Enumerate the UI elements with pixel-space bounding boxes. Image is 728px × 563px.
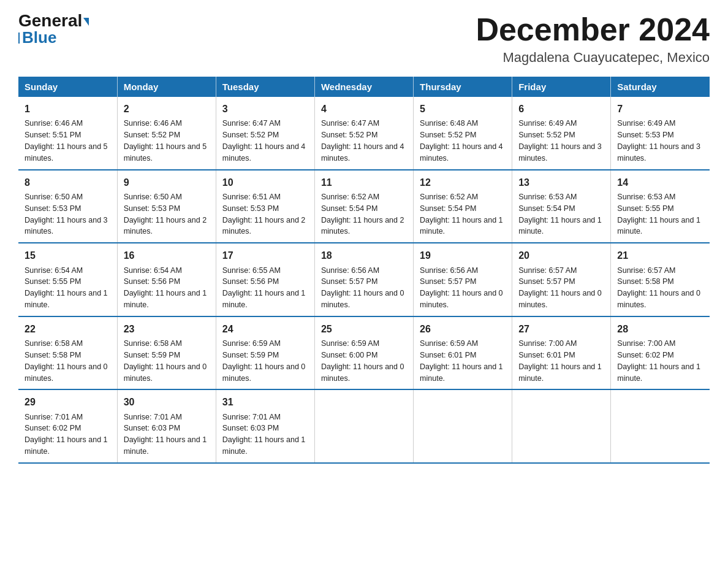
- calendar-cell: 27Sunrise: 7:00 AMSunset: 6:01 PMDayligh…: [512, 316, 611, 390]
- day-number: 2: [124, 102, 210, 116]
- day-number: 16: [124, 248, 210, 262]
- calendar-cell: 2Sunrise: 6:46 AMSunset: 5:52 PMDaylight…: [117, 97, 216, 170]
- subtitle: Magdalena Cuayucatepec, Mexico: [476, 50, 710, 66]
- day-number: 21: [617, 248, 703, 262]
- day-info: Sunrise: 6:46 AMSunset: 5:51 PMDaylight:…: [25, 119, 108, 163]
- day-info: Sunrise: 6:59 AMSunset: 5:59 PMDaylight:…: [222, 339, 306, 383]
- day-number: 31: [222, 395, 308, 409]
- day-number: 13: [518, 175, 604, 190]
- calendar-cell: 10Sunrise: 6:51 AMSunset: 5:53 PMDayligh…: [216, 170, 314, 243]
- day-number: 4: [321, 102, 407, 116]
- title-area: December 2024 Magdalena Cuayucatepec, Me…: [476, 12, 710, 66]
- day-info: Sunrise: 6:48 AMSunset: 5:52 PMDaylight:…: [420, 119, 503, 163]
- day-number: 20: [518, 248, 604, 262]
- logo-divider: [18, 33, 20, 44]
- day-number: 18: [321, 248, 407, 262]
- weekday-header: Tuesday: [216, 77, 314, 97]
- calendar-cell: 5Sunrise: 6:48 AMSunset: 5:52 PMDaylight…: [414, 97, 512, 170]
- day-info: Sunrise: 7:01 AMSunset: 6:02 PMDaylight:…: [25, 413, 108, 456]
- day-number: 15: [25, 248, 111, 262]
- day-info: Sunrise: 6:53 AMSunset: 5:54 PMDaylight:…: [518, 193, 602, 236]
- weekday-header: Saturday: [611, 77, 710, 97]
- day-number: 14: [617, 175, 703, 190]
- day-info: Sunrise: 6:59 AMSunset: 6:00 PMDaylight:…: [321, 339, 404, 383]
- day-info: Sunrise: 6:55 AMSunset: 5:56 PMDaylight:…: [222, 266, 306, 310]
- calendar-cell: 23Sunrise: 6:58 AMSunset: 5:59 PMDayligh…: [117, 316, 216, 390]
- logo-triangle-icon: [83, 18, 89, 26]
- weekday-header: Sunday: [18, 77, 117, 97]
- day-number: 27: [518, 322, 604, 336]
- day-info: Sunrise: 6:54 AMSunset: 5:55 PMDaylight:…: [25, 266, 108, 310]
- day-info: Sunrise: 6:52 AMSunset: 5:54 PMDaylight:…: [321, 193, 404, 236]
- weekday-header: Friday: [512, 77, 611, 97]
- calendar-cell: 28Sunrise: 7:00 AMSunset: 6:02 PMDayligh…: [611, 316, 710, 390]
- day-info: Sunrise: 6:59 AMSunset: 6:01 PMDaylight:…: [420, 339, 503, 383]
- day-info: Sunrise: 6:57 AMSunset: 5:58 PMDaylight:…: [617, 266, 700, 310]
- calendar-week-row: 22Sunrise: 6:58 AMSunset: 5:58 PMDayligh…: [18, 316, 710, 390]
- day-info: Sunrise: 6:51 AMSunset: 5:53 PMDaylight:…: [222, 193, 306, 236]
- day-info: Sunrise: 7:01 AMSunset: 6:03 PMDaylight:…: [124, 413, 207, 456]
- logo-blue-text: Blue: [22, 28, 56, 47]
- calendar-week-row: 1Sunrise: 6:46 AMSunset: 5:51 PMDaylight…: [18, 97, 710, 170]
- day-number: 5: [420, 102, 506, 116]
- day-number: 9: [124, 175, 210, 190]
- day-number: 6: [518, 102, 604, 116]
- calendar-cell: 8Sunrise: 6:50 AMSunset: 5:53 PMDaylight…: [18, 170, 117, 243]
- calendar-cell: 3Sunrise: 6:47 AMSunset: 5:52 PMDaylight…: [216, 97, 314, 170]
- calendar-cell: 13Sunrise: 6:53 AMSunset: 5:54 PMDayligh…: [512, 170, 611, 243]
- day-number: 24: [222, 322, 308, 336]
- day-info: Sunrise: 6:53 AMSunset: 5:55 PMDaylight:…: [617, 193, 700, 236]
- logo: General Blue: [18, 12, 89, 47]
- calendar-cell: 25Sunrise: 6:59 AMSunset: 6:00 PMDayligh…: [314, 316, 413, 390]
- calendar-cell: 24Sunrise: 6:59 AMSunset: 5:59 PMDayligh…: [216, 316, 314, 390]
- day-info: Sunrise: 6:54 AMSunset: 5:56 PMDaylight:…: [124, 266, 207, 310]
- calendar-cell: 21Sunrise: 6:57 AMSunset: 5:58 PMDayligh…: [611, 243, 710, 316]
- day-number: 8: [25, 175, 111, 190]
- day-number: 26: [420, 322, 506, 336]
- day-number: 25: [321, 322, 407, 336]
- day-info: Sunrise: 6:50 AMSunset: 5:53 PMDaylight:…: [25, 193, 108, 236]
- day-info: Sunrise: 7:00 AMSunset: 6:01 PMDaylight:…: [518, 339, 602, 383]
- day-info: Sunrise: 7:01 AMSunset: 6:03 PMDaylight:…: [222, 413, 306, 456]
- day-info: Sunrise: 6:50 AMSunset: 5:53 PMDaylight:…: [124, 193, 207, 236]
- main-title: December 2024: [476, 12, 710, 47]
- day-number: 28: [617, 322, 703, 336]
- day-number: 29: [25, 395, 111, 409]
- weekday-header: Wednesday: [314, 77, 413, 97]
- day-number: 11: [321, 175, 407, 190]
- calendar-cell: 9Sunrise: 6:50 AMSunset: 5:53 PMDaylight…: [117, 170, 216, 243]
- day-info: Sunrise: 6:56 AMSunset: 5:57 PMDaylight:…: [321, 266, 404, 310]
- calendar-cell: 29Sunrise: 7:01 AMSunset: 6:02 PMDayligh…: [18, 389, 117, 463]
- calendar-header: SundayMondayTuesdayWednesdayThursdayFrid…: [18, 77, 710, 97]
- day-number: 17: [222, 248, 308, 262]
- day-number: 7: [617, 102, 703, 116]
- day-info: Sunrise: 6:56 AMSunset: 5:57 PMDaylight:…: [420, 266, 503, 310]
- calendar-cell: 19Sunrise: 6:56 AMSunset: 5:57 PMDayligh…: [414, 243, 512, 316]
- calendar-table: SundayMondayTuesdayWednesdayThursdayFrid…: [18, 77, 710, 464]
- calendar-cell: 17Sunrise: 6:55 AMSunset: 5:56 PMDayligh…: [216, 243, 314, 316]
- calendar-cell: 15Sunrise: 6:54 AMSunset: 5:55 PMDayligh…: [18, 243, 117, 316]
- calendar-cell: 20Sunrise: 6:57 AMSunset: 5:57 PMDayligh…: [512, 243, 611, 316]
- page-header: General Blue December 2024 Magdalena Cua…: [18, 12, 710, 66]
- calendar-cell: 31Sunrise: 7:01 AMSunset: 6:03 PMDayligh…: [216, 389, 314, 463]
- day-info: Sunrise: 6:46 AMSunset: 5:52 PMDaylight:…: [124, 119, 207, 163]
- calendar-week-row: 8Sunrise: 6:50 AMSunset: 5:53 PMDaylight…: [18, 170, 710, 243]
- calendar-cell: 26Sunrise: 6:59 AMSunset: 6:01 PMDayligh…: [414, 316, 512, 390]
- day-info: Sunrise: 6:58 AMSunset: 5:59 PMDaylight:…: [124, 339, 207, 383]
- day-number: 10: [222, 175, 308, 190]
- calendar-cell: 12Sunrise: 6:52 AMSunset: 5:54 PMDayligh…: [414, 170, 512, 243]
- day-info: Sunrise: 6:52 AMSunset: 5:54 PMDaylight:…: [420, 193, 503, 236]
- calendar-week-row: 15Sunrise: 6:54 AMSunset: 5:55 PMDayligh…: [18, 243, 710, 316]
- day-number: 22: [25, 322, 111, 336]
- day-number: 30: [124, 395, 210, 409]
- calendar-cell: 11Sunrise: 6:52 AMSunset: 5:54 PMDayligh…: [314, 170, 413, 243]
- calendar-cell: 7Sunrise: 6:49 AMSunset: 5:53 PMDaylight…: [611, 97, 710, 170]
- calendar-week-row: 29Sunrise: 7:01 AMSunset: 6:02 PMDayligh…: [18, 389, 710, 463]
- day-info: Sunrise: 6:47 AMSunset: 5:52 PMDaylight:…: [321, 119, 404, 163]
- weekday-header: Thursday: [414, 77, 512, 97]
- calendar-cell: 14Sunrise: 6:53 AMSunset: 5:55 PMDayligh…: [611, 170, 710, 243]
- calendar-cell: 22Sunrise: 6:58 AMSunset: 5:58 PMDayligh…: [18, 316, 117, 390]
- calendar-cell: [314, 389, 413, 463]
- weekday-header: Monday: [117, 77, 216, 97]
- day-info: Sunrise: 6:49 AMSunset: 5:53 PMDaylight:…: [617, 119, 700, 163]
